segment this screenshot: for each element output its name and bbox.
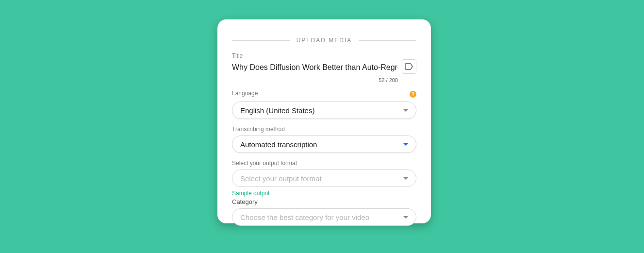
tag-icon: [405, 63, 413, 70]
chevron-down-icon: [403, 143, 408, 146]
method-select[interactable]: Automated transcription: [232, 135, 416, 153]
method-label: Transcribing method: [232, 126, 416, 133]
sample-output-link[interactable]: Sample output: [232, 190, 269, 197]
divider: [232, 40, 290, 41]
card-header: UPLOAD MEDIA: [232, 37, 416, 44]
category-label: Category: [232, 198, 416, 205]
chevron-down-icon: [403, 109, 408, 112]
chevron-down-icon: [403, 216, 408, 219]
language-select[interactable]: English (United States): [232, 101, 416, 119]
title-input[interactable]: [232, 61, 398, 75]
tag-button[interactable]: [402, 59, 416, 74]
language-label: Language: [232, 90, 258, 97]
card-title: UPLOAD MEDIA: [290, 37, 359, 44]
method-value: Automated transcription: [240, 140, 317, 149]
char-count: 52 / 200: [232, 77, 398, 83]
category-placeholder: Choose the best category for your video: [240, 213, 369, 221]
output-select[interactable]: Select your output format: [232, 169, 416, 187]
category-select[interactable]: Choose the best category for your video: [232, 208, 416, 226]
divider: [359, 40, 416, 41]
title-label: Title: [232, 52, 398, 59]
language-value: English (United States): [240, 106, 314, 115]
output-placeholder: Select your output format: [240, 174, 322, 183]
upload-media-card: UPLOAD MEDIA Title 52 / 200 Language ? E…: [217, 19, 431, 223]
output-label: Select your output format: [232, 160, 416, 167]
help-icon[interactable]: ?: [410, 91, 416, 98]
chevron-down-icon: [403, 177, 408, 180]
